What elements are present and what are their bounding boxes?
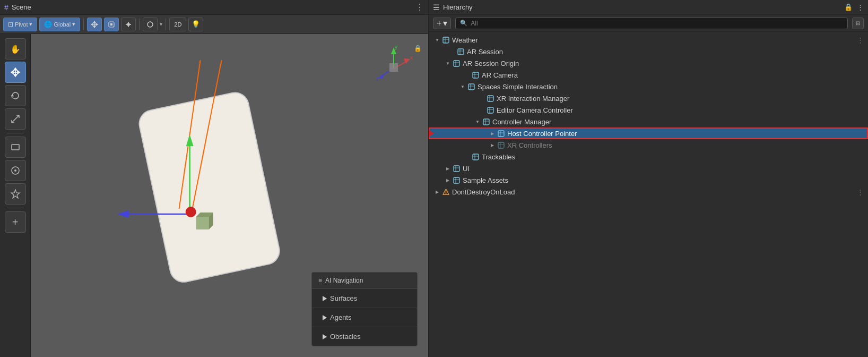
rect-tool[interactable] bbox=[5, 137, 26, 158]
snap-button[interactable] bbox=[143, 18, 158, 31]
search-icon: 🔍 bbox=[460, 20, 467, 27]
hierarchy-titlebar: ☰ Hierarchy 🔒 ⋮ bbox=[429, 0, 868, 15]
svg-marker-8 bbox=[11, 190, 20, 198]
tree-item-ar-session[interactable]: AR Session bbox=[429, 46, 868, 57]
ui-icon bbox=[452, 164, 461, 173]
svg-rect-37 bbox=[483, 119, 489, 125]
hierarchy-dots-icon[interactable]: ⋮ bbox=[857, 3, 864, 11]
svg-rect-31 bbox=[458, 49, 464, 55]
2d-button[interactable]: 2D bbox=[169, 18, 186, 31]
tree-item-trackables[interactable]: Trackables bbox=[429, 151, 868, 163]
trackables-icon bbox=[471, 152, 480, 161]
controller-manager-icon bbox=[482, 117, 490, 126]
rotate-tool[interactable] bbox=[5, 85, 26, 106]
transform-tool[interactable] bbox=[5, 160, 26, 181]
hierarchy-search-box[interactable]: 🔍 All bbox=[455, 18, 848, 29]
svg-point-16 bbox=[186, 207, 196, 217]
surfaces-label: Surfaces bbox=[330, 294, 357, 302]
ai-nav-obstacles[interactable]: Obstacles bbox=[312, 327, 417, 346]
ar-session-origin-arrow bbox=[444, 59, 452, 67]
svg-text:y: y bbox=[395, 45, 397, 50]
dont-destroy-arrow bbox=[433, 188, 441, 196]
scale-gizmo-button[interactable] bbox=[121, 18, 136, 31]
tool-sidebar: ✋ bbox=[0, 34, 31, 357]
ar-session-origin-label: AR Session Origin bbox=[463, 60, 519, 67]
global-arrow: ▾ bbox=[72, 21, 75, 28]
svg-marker-38 bbox=[429, 126, 434, 140]
tree-item-editor-camera-controller[interactable]: Editor Camera Controller bbox=[429, 104, 868, 116]
add-tool[interactable]: + bbox=[5, 211, 26, 233]
hierarchy-title: Hierarchy bbox=[443, 3, 473, 11]
tree-item-spaces-simple-interaction[interactable]: Spaces Simple Interaction bbox=[429, 81, 868, 92]
ai-nav-header: ≡ AI Navigation bbox=[312, 273, 417, 289]
custom-tool[interactable] bbox=[5, 183, 26, 205]
hand-icon: ✋ bbox=[10, 44, 21, 54]
move-tool[interactable] bbox=[5, 62, 26, 83]
sample-assets-label: Sample Assets bbox=[463, 176, 508, 184]
collapse-all-button[interactable]: ⊟ bbox=[852, 18, 864, 29]
xr-controllers-icon bbox=[497, 141, 505, 149]
tree-item-ar-session-origin[interactable]: AR Session Origin bbox=[429, 57, 868, 69]
spaces-interaction-icon bbox=[467, 82, 475, 91]
svg-point-46 bbox=[445, 193, 446, 194]
tree-item-ar-camera[interactable]: AR Camera bbox=[429, 69, 868, 81]
pivot-label: Pivot bbox=[15, 21, 28, 28]
hierarchy-menu-icon: ☰ bbox=[433, 3, 440, 12]
surfaces-expand-icon bbox=[323, 296, 327, 301]
svg-rect-9 bbox=[137, 90, 282, 285]
hierarchy-toolbar: + ▾ 🔍 All ⊟ bbox=[429, 15, 868, 32]
weather-dots[interactable]: ⋮ bbox=[857, 36, 864, 44]
ai-nav-title: AI Navigation bbox=[325, 277, 363, 284]
scene-menu-icon[interactable]: ⋮ bbox=[415, 2, 424, 12]
dont-destroy-dots[interactable]: ⋮ bbox=[857, 188, 864, 196]
scene-viewport[interactable]: ✋ bbox=[0, 34, 428, 357]
ai-nav-agents[interactable]: Agents bbox=[312, 308, 417, 327]
scene-3d-view: y x z 🔒 ◁ Persp bbox=[31, 34, 428, 357]
svg-line-10 bbox=[179, 60, 201, 209]
svg-marker-15 bbox=[117, 210, 129, 218]
tree-item-controller-manager[interactable]: Controller Manager bbox=[429, 116, 868, 128]
tree-item-weather[interactable]: Weather ⋮ bbox=[429, 34, 868, 46]
global-button[interactable]: 🌐 Global ▾ bbox=[39, 18, 80, 31]
add-icon: + bbox=[437, 19, 441, 28]
pivot-arrow: ▾ bbox=[29, 21, 32, 28]
hierarchy-lock-icon[interactable]: 🔒 bbox=[844, 3, 853, 11]
rotate-gizmo-button[interactable] bbox=[104, 18, 119, 31]
viewport-lock-icon[interactable]: 🔒 bbox=[414, 45, 422, 52]
hierarchy-tree: Weather ⋮ AR Session AR Session Origin bbox=[429, 32, 868, 357]
add-gameobject-button[interactable]: + ▾ bbox=[433, 18, 451, 29]
svg-rect-40 bbox=[498, 142, 504, 148]
svg-marker-27 bbox=[378, 73, 385, 79]
tree-item-sample-assets[interactable]: Sample Assets bbox=[429, 174, 868, 186]
scale-tool[interactable] bbox=[5, 108, 26, 130]
snap-arrow[interactable]: ▾ bbox=[160, 21, 162, 27]
controller-manager-arrow bbox=[473, 117, 482, 126]
svg-text:x: x bbox=[410, 55, 413, 61]
move-gizmo-button[interactable] bbox=[87, 18, 102, 31]
tree-item-xr-interaction-manager[interactable]: XR Interaction Manager bbox=[429, 92, 868, 104]
add-arrow: ▾ bbox=[443, 18, 447, 28]
ai-nav-surfaces[interactable]: Surfaces bbox=[312, 289, 417, 308]
svg-rect-35 bbox=[488, 96, 493, 101]
tree-item-xr-controllers[interactable]: XR Controllers bbox=[429, 139, 868, 151]
tree-item-ui[interactable]: UI bbox=[429, 163, 868, 174]
svg-rect-33 bbox=[473, 72, 479, 78]
coordinate-gizmo: y x z bbox=[370, 45, 418, 92]
svg-rect-41 bbox=[473, 154, 479, 160]
tree-item-dont-destroy-on-load[interactable]: DontDestroyOnLoad ⋮ bbox=[429, 186, 868, 198]
pivot-button[interactable]: ⊡ Pivot ▾ bbox=[3, 18, 37, 31]
toolbar-divider-3 bbox=[166, 19, 166, 30]
agents-label: Agents bbox=[330, 313, 351, 321]
svg-marker-17 bbox=[196, 217, 209, 230]
ai-nav-menu-icon: ≡ bbox=[318, 277, 322, 284]
light-button[interactable]: 💡 bbox=[188, 18, 203, 31]
svg-marker-18 bbox=[196, 212, 213, 217]
tree-item-host-controller-pointer[interactable]: Host Controller Pointer bbox=[429, 128, 868, 139]
global-icon: 🌐 bbox=[44, 21, 52, 28]
hand-tool[interactable]: ✋ bbox=[5, 38, 26, 60]
2d-label: 2D bbox=[174, 21, 181, 28]
light-icon: 💡 bbox=[192, 20, 200, 28]
scene-toolbar: ⊡ Pivot ▾ 🌐 Global ▾ bbox=[0, 15, 428, 34]
svg-rect-42 bbox=[454, 166, 459, 172]
collapse-icon: ⊟ bbox=[856, 20, 860, 26]
